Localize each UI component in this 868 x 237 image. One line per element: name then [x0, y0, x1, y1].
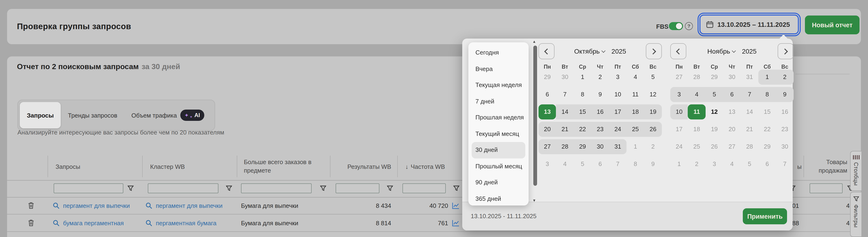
day-cell[interactable]: 25	[626, 122, 644, 137]
year-label[interactable]: 2025	[742, 47, 756, 55]
day-cell[interactable]: 1	[758, 70, 776, 84]
filter-input-cluster[interactable]	[148, 183, 218, 193]
day-cell[interactable]: 21	[556, 122, 574, 137]
day-cell[interactable]: 8	[758, 87, 776, 102]
query-link[interactable]: пергамент для выпечки	[63, 202, 130, 209]
frequency-chart-icon[interactable]	[452, 214, 459, 231]
tab-запросы[interactable]: Запросы	[20, 102, 61, 128]
filter-input-frequency[interactable]	[402, 183, 446, 193]
year-label[interactable]: 2025	[612, 47, 626, 55]
scroll-down-icon[interactable]: ▼	[532, 198, 536, 203]
scroll-up-icon[interactable]: ▲	[532, 39, 536, 44]
cluster-link[interactable]: пергамент для выпечки	[156, 202, 222, 209]
filter-funnel-icon[interactable]	[320, 185, 326, 192]
filter-funnel-icon[interactable]	[387, 185, 393, 192]
day-cell[interactable]: 2	[591, 70, 609, 84]
day-cell[interactable]: 10	[670, 104, 688, 120]
preset-item[interactable]: Текущий месяц	[472, 126, 525, 142]
col-header-results[interactable]: Результаты WB	[330, 153, 391, 180]
next-month-button[interactable]	[778, 43, 794, 59]
filter-input-products-sales[interactable]	[810, 183, 843, 193]
filter-input-results[interactable]	[336, 183, 379, 193]
day-cell[interactable]: 8	[574, 87, 591, 102]
col-header-cluster[interactable]: Кластер WB	[150, 153, 185, 180]
day-cell[interactable]: 30	[591, 139, 609, 154]
day-cell[interactable]: 11	[688, 104, 706, 120]
delete-row-icon[interactable]	[28, 197, 34, 214]
day-cell[interactable]: 7	[556, 87, 574, 102]
day-cell[interactable]: 23	[591, 122, 609, 137]
day-cell[interactable]: 4	[688, 87, 706, 102]
preset-item[interactable]: Прошлый месяц	[472, 158, 525, 174]
filter-funnel-icon[interactable]	[128, 185, 134, 192]
day-cell[interactable]: 16	[591, 104, 609, 120]
day-cell[interactable]: 17	[609, 104, 626, 120]
day-cell[interactable]: 3	[670, 87, 688, 102]
col-header-products-sales[interactable]: Товары продажам	[805, 153, 847, 180]
day-cell[interactable]: 19	[644, 104, 662, 120]
date-range-input[interactable]: 13.10.2025 – 11.11.2025	[700, 14, 799, 34]
day-cell[interactable]: 1	[574, 70, 591, 84]
col-header-subject[interactable]: Больше всего заказов в предмете	[244, 153, 324, 180]
new-report-button[interactable]: Новый отчет	[805, 15, 860, 34]
day-cell[interactable]: 28	[556, 139, 574, 154]
day-cell[interactable]: 6	[723, 87, 741, 102]
day-cell[interactable]: 13	[538, 104, 556, 120]
day-cell[interactable]: 5	[644, 70, 662, 84]
day-cell[interactable]: 26	[644, 122, 662, 137]
prev-month-button[interactable]	[538, 43, 555, 59]
help-icon[interactable]: ?	[685, 22, 693, 30]
query-link[interactable]: бумага пергаментная	[63, 219, 124, 227]
preset-item[interactable]: Прошлая неделя	[472, 109, 525, 126]
day-cell[interactable]: 27	[538, 139, 556, 154]
frequency-chart-icon[interactable]	[452, 197, 459, 214]
day-cell[interactable]: 14	[556, 104, 574, 120]
day-cell[interactable]: 3	[609, 70, 626, 84]
next-month-button[interactable]	[646, 43, 662, 59]
apply-button[interactable]: Применить	[743, 208, 787, 224]
side-tab-columns[interactable]: Столбцы	[850, 151, 861, 191]
cluster-link[interactable]: пергаментная бумага	[156, 219, 217, 227]
day-cell[interactable]: 24	[609, 122, 626, 137]
col-header-queries[interactable]: Запросы	[56, 153, 80, 180]
day-cell[interactable]: 9	[591, 87, 609, 102]
prev-month-button[interactable]	[670, 43, 686, 59]
day-cell[interactable]: 5	[706, 87, 723, 102]
day-cell[interactable]: 12	[706, 104, 723, 120]
month-select[interactable]: Ноябрь	[707, 47, 730, 55]
preset-item[interactable]: Вчера	[472, 61, 525, 77]
preset-item[interactable]: 30 дней	[472, 142, 525, 158]
day-cell[interactable]: 9	[776, 87, 794, 102]
day-cell[interactable]: 12	[644, 87, 662, 102]
tab-тренды-запросов[interactable]: Тренды запросов	[61, 102, 124, 128]
day-cell[interactable]: 20	[538, 122, 556, 137]
filter-funnel-icon[interactable]	[226, 185, 232, 192]
toggle-knob	[676, 23, 682, 29]
day-cell[interactable]: 7	[741, 87, 758, 102]
filter-input-subject[interactable]	[241, 183, 312, 193]
tab-объем-трафика[interactable]: Объем трафика✦✦AI	[124, 102, 211, 128]
col-header-frequency[interactable]: ↓ Частота WB	[405, 153, 445, 180]
month-select[interactable]: Октябрь	[574, 47, 600, 55]
side-tab-filters[interactable]: Фильтры	[850, 192, 861, 237]
preset-item[interactable]: 365 дней	[472, 191, 525, 205]
day-cell[interactable]: 15	[574, 104, 591, 120]
delete-row-icon[interactable]	[28, 214, 34, 231]
preset-item[interactable]: 90 дней	[472, 174, 525, 191]
preset-scrollbar[interactable]	[533, 45, 537, 186]
preset-item[interactable]: Сегодня	[472, 45, 525, 61]
day-cell[interactable]: 4	[626, 70, 644, 84]
preset-item[interactable]: 7 дней	[472, 93, 525, 109]
day-cell[interactable]: 29	[574, 139, 591, 154]
filter-input-queries[interactable]	[54, 183, 123, 193]
day-cell[interactable]: 18	[626, 104, 644, 120]
day-cell[interactable]: 2	[776, 70, 794, 84]
day-cell[interactable]: 11	[626, 87, 644, 102]
preset-item[interactable]: Текущая неделя	[472, 77, 525, 93]
fbs-toggle[interactable]	[669, 22, 683, 30]
day-cell[interactable]: 31	[609, 139, 626, 154]
day-cell[interactable]: 10	[609, 87, 626, 102]
day-cell[interactable]: 6	[538, 87, 556, 102]
day-cell[interactable]: 22	[574, 122, 591, 137]
filter-funnel-icon[interactable]	[453, 185, 459, 192]
